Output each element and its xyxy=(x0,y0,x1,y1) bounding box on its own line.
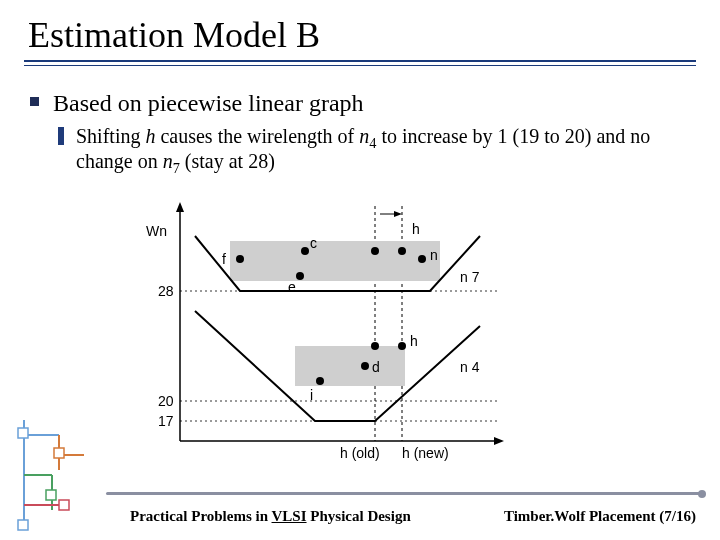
lbl-e: e xyxy=(288,279,296,295)
bullet-l1-text: Based on piecewise linear graph xyxy=(53,88,364,118)
lbl-net-n7: n 7 xyxy=(460,269,480,285)
pt-h-mid-old xyxy=(371,342,379,350)
svg-rect-10 xyxy=(59,500,69,510)
bar-bullet-icon xyxy=(58,127,64,145)
ytick-28: 28 xyxy=(158,283,174,299)
lbl-net-n4: n 4 xyxy=(460,359,480,375)
svg-rect-7 xyxy=(18,428,28,438)
x-axis-arrow-icon xyxy=(494,437,504,445)
lbl-i: i xyxy=(310,387,313,403)
lbl-n: n xyxy=(430,247,438,263)
bullet-l2-text: Shifting h causes the wirelength of n4 t… xyxy=(76,124,690,174)
pt-n xyxy=(418,255,426,263)
pt-c xyxy=(301,247,309,255)
cluster-n7-box xyxy=(230,241,440,281)
y-axis-arrow-icon xyxy=(176,202,184,212)
pt-h-top-old xyxy=(371,247,379,255)
lbl-h-top: h xyxy=(412,221,420,237)
footer-rule-dot-icon xyxy=(698,490,706,498)
pt-h-top-new xyxy=(398,247,406,255)
bullet-level1: Based on piecewise linear graph xyxy=(30,88,690,118)
x-label-old: h (old) xyxy=(340,445,380,461)
wirelength-diagram: 28 20 17 Wn f c e n h n 7 xyxy=(140,196,520,466)
lbl-h-mid: h xyxy=(410,333,418,349)
y-axis-label: Wn xyxy=(146,223,167,239)
h-shift-arrowhead-icon xyxy=(394,211,402,217)
lbl-c: c xyxy=(310,235,317,251)
title-rule-thin xyxy=(24,65,696,66)
ytick-17: 17 xyxy=(158,413,174,429)
pt-e xyxy=(296,272,304,280)
decorative-tree-icon xyxy=(4,420,94,540)
svg-rect-8 xyxy=(54,448,64,458)
square-bullet-icon xyxy=(30,97,39,106)
page-title: Estimation Model B xyxy=(28,14,320,56)
pt-f xyxy=(236,255,244,263)
pt-h-mid-new xyxy=(398,342,406,350)
content-block: Based on piecewise linear graph Shifting… xyxy=(30,88,690,174)
title-rule xyxy=(24,60,696,62)
pt-i xyxy=(316,377,324,385)
lbl-f: f xyxy=(222,251,226,267)
bullet-level2: Shifting h causes the wirelength of n4 t… xyxy=(58,124,690,174)
footer-rule xyxy=(106,492,702,496)
footer-right: Timber.Wolf Placement (7/16) xyxy=(504,508,696,525)
svg-rect-11 xyxy=(18,520,28,530)
lbl-d: d xyxy=(372,359,380,375)
svg-rect-9 xyxy=(46,490,56,500)
footer-left: Practical Problems in VLSI Physical Desi… xyxy=(130,508,411,525)
cluster-n4-box xyxy=(295,346,405,386)
ytick-20: 20 xyxy=(158,393,174,409)
pt-d xyxy=(361,362,369,370)
x-label-new: h (new) xyxy=(402,445,449,461)
